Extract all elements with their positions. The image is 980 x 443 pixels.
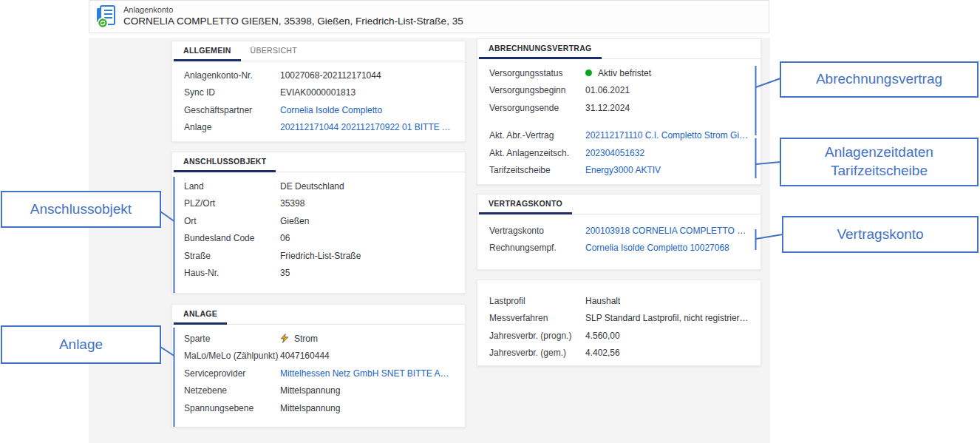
tarifzeitscheibe-link[interactable]: Energy3000 AKTIV (585, 165, 661, 175)
field-jahresverbr-gem: Jahresverbr. (gem.) 4.402,56 (477, 345, 760, 362)
abrechnungsvertrag-card: ABRECHNUNGSVERTRAG Versorgungsstatus Akt… (477, 38, 761, 185)
abr-vertrag-link[interactable]: 202112171110 C.I. Completto Strom Gießen (585, 130, 749, 141)
geschaeftspartner-link[interactable]: Cornelia Isolde Completto (280, 105, 382, 115)
vertragskonto-link[interactable]: 200103918 CORNELIA COMPLETTO GIEßEN (585, 226, 749, 236)
page-header: Anlagenkonto CORNELIA COMPLETTO GIEßEN, … (89, 0, 769, 33)
field-anlagenkonto-nr: Anlagenkonto-Nr. 10027068-202112171044 (172, 67, 465, 84)
field-malo-melo: MaLo/MeLo (Zählpunkt) 4047160444 (172, 348, 465, 365)
tab-anlage[interactable]: ANLAGE (174, 305, 227, 325)
field-anlage: Anlage 202112171044 202112170922 01 BITT… (172, 119, 465, 137)
field-spannungsebene: Spannungsebene Mittelspannung (172, 399, 465, 417)
field-sparte: Sparte Strom (172, 330, 465, 348)
object-type-label: Anlagenkonto (123, 5, 463, 16)
field-netzebene: Netzebene Mittelspannung (172, 382, 465, 400)
field-lastprofil: Lastprofil Haushalt (477, 292, 760, 310)
field-haus-nr: Haus-Nr. 35 (172, 265, 465, 283)
serviceprovider-link[interactable]: Mittelhessen Netz GmbH SNET BITTE AENDER… (280, 368, 453, 379)
field-akt-anlagenzeitsch: Akt. Anlagenzeitsch. 202304051632 (477, 144, 760, 162)
status-badge: Aktiv befristet (598, 68, 651, 78)
field-akt-abr-vertrag: Akt. Abr.-Vertrag 202112171110 C.I. Comp… (477, 127, 760, 145)
anlage-tabbar: ANLAGE (172, 305, 465, 325)
field-tarifzeitscheibe: Tarifzeitscheibe Energy3000 AKTIV (477, 162, 760, 180)
anschlussobjekt-card: ANSCHLUSSOBJEKT Land DE Deutschland PLZ/… (171, 152, 466, 294)
field-jahresverbr-progn: Jahresverbr. (progn.) 4.560,00 (477, 327, 760, 345)
allgemein-tabbar: ALLGEMEIN ÜBERSICHT (172, 41, 465, 61)
vertragskonto-tabbar: VERTRAGSKONTO (477, 195, 760, 214)
field-land: Land DE Deutschland (172, 177, 465, 195)
tab-abrechnungsvertrag[interactable]: ABRECHNUNGSVERTRAG (479, 39, 602, 59)
callout-vertragskonto: Vertragskonto (782, 216, 979, 253)
field-serviceprovider: Serviceprovider Mittelhessen Netz GmbH S… (172, 365, 465, 382)
field-geschaeftspartner: Geschäftspartner Cornelia Isolde Complet… (172, 101, 465, 119)
callout-abrechnungsvertrag: Abrechnungsvertrag (780, 61, 979, 98)
field-plz-ort: PLZ/Ort 35398 (172, 195, 465, 213)
tab-allgemein[interactable]: ALLGEMEIN (174, 41, 241, 61)
tab-anschlussobjekt[interactable]: ANSCHLUSSOBJEKT (174, 152, 276, 172)
callout-anlagenzeitdaten-tarifzeitscheibe: Anlagenzeitdaten Tarifzeitscheibe (780, 138, 979, 186)
status-green-dot (585, 70, 592, 76)
callout-anschlussobjekt: Anschlussobjekt (1, 191, 161, 228)
anlagenzeitsch-link[interactable]: 202304051632 (585, 148, 644, 158)
strom-lightning-icon (280, 334, 289, 343)
tab-vertragskonto[interactable]: VERTRAGSKONTO (479, 195, 572, 214)
field-sync-id: Sync ID EVIAK0000001813 (172, 84, 465, 102)
anlagenkonto-icon (95, 5, 117, 29)
field-vertragskonto: Vertragskonto 200103918 CORNELIA COMPLET… (477, 222, 760, 240)
anlage-link[interactable]: 202112171044 202112170922 01 BITTE AENDE… (280, 122, 453, 132)
abrechnungsvertrag-tabbar: ABRECHNUNGSVERTRAG (477, 39, 760, 59)
vertragskonto-card: VERTRAGSKONTO Vertragskonto 200103918 CO… (477, 194, 761, 270)
verbrauch-card: Lastprofil Haushalt Messverfahren SLP St… (477, 280, 761, 366)
field-strasse: Straße Friedrich-List-Straße (172, 247, 465, 265)
allgemein-card: ALLGEMEIN ÜBERSICHT Anlagenkonto-Nr. 100… (171, 41, 466, 142)
anlage-card: ANLAGE Sparte Strom MaLo/MeLo (Zählpunkt… (171, 304, 466, 427)
field-rechnungsempf: Rechnungsempf. Cornelia Isolde Completto… (477, 240, 760, 257)
field-versorgungsbeginn: Versorgungsbeginn 01.06.2021 (477, 82, 760, 100)
tab-uebersicht[interactable]: ÜBERSICHT (241, 41, 307, 61)
field-versorgungsstatus: Versorgungsstatus Aktiv befristet (477, 64, 760, 82)
page-title: CORNELIA COMPLETTO GIEßEN, 35398, Gießen… (123, 16, 463, 28)
field-messverfahren: Messverfahren SLP Standard Lastprofil, n… (477, 310, 760, 328)
field-versorgungsende: Versorgungsende 31.12.2024 (477, 99, 760, 117)
rechnungsempf-link[interactable]: Cornelia Isolde Completto 10027068 (585, 243, 729, 253)
field-bundesland-code: Bundesland Code 06 (172, 230, 465, 248)
anschlussobjekt-tabbar: ANSCHLUSSOBJEKT (172, 152, 465, 172)
field-ort: Ort Gießen (172, 212, 465, 230)
callout-anlage: Anlage (1, 325, 161, 364)
